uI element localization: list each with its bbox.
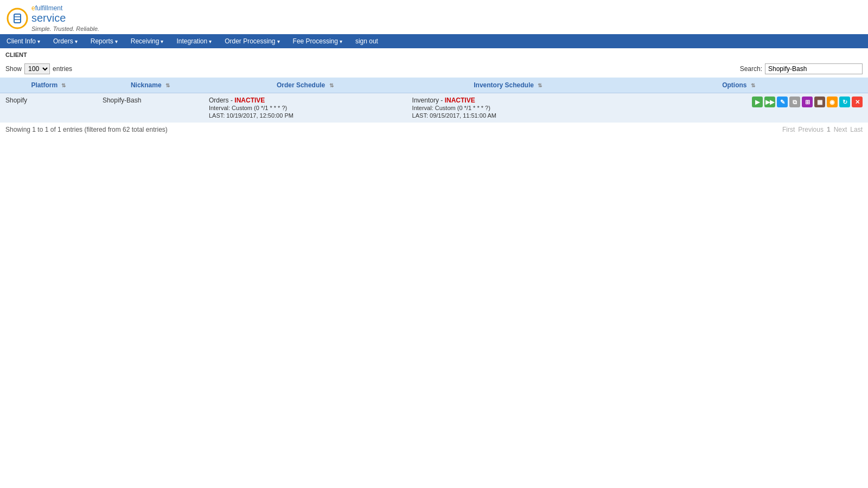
delete-button[interactable]: ✕ <box>852 97 863 107</box>
search-label: Search: <box>740 65 762 73</box>
chevron-down-icon: ▾ <box>209 38 212 44</box>
logo: efulfillment service Simple. Trusted. Re… <box>7 4 99 32</box>
action-buttons: ▶ ▶▶ ✎ ⧉ ⊞ ▦ ◉ ↻ ✕ <box>615 97 863 107</box>
chevron-down-icon: ▾ <box>277 38 280 44</box>
col-order-schedule[interactable]: Order Schedule ⇅ <box>203 78 407 93</box>
table-header-row: Platform ⇅ Nickname ⇅ Order Schedule ⇅ I… <box>0 78 868 93</box>
navbar: Client Info ▾ Orders ▾ Reports ▾ Receivi… <box>0 34 868 48</box>
sort-icon: ⇅ <box>538 82 542 88</box>
chevron-down-icon: ▾ <box>115 38 118 44</box>
feed-button[interactable]: ◉ <box>827 97 838 107</box>
table-body: Shopify Shopify-Bash Orders - INACTIVE I… <box>0 93 868 123</box>
entries-label: entries <box>53 65 72 73</box>
col-nickname[interactable]: Nickname ⇅ <box>97 78 203 93</box>
sort-icon: ⇅ <box>329 82 334 88</box>
table-row: Shopify Shopify-Bash Orders - INACTIVE I… <box>0 93 868 123</box>
logo-service: service <box>31 12 99 24</box>
logo-tagline: Simple. Trusted. Reliable. <box>31 25 99 32</box>
nav-integration[interactable]: Integration ▾ <box>170 35 218 47</box>
edit-button[interactable]: ✎ <box>777 97 788 107</box>
play-button[interactable]: ▶ <box>752 97 763 107</box>
search-input[interactable] <box>765 63 863 74</box>
inv-status: INACTIVE <box>445 97 475 104</box>
show-label: Show <box>5 65 22 73</box>
sort-icon: ⇅ <box>61 82 66 88</box>
svg-rect-1 <box>14 14 21 23</box>
search-area: Search: <box>740 63 863 74</box>
entries-select[interactable]: 10 25 50 100 <box>24 63 50 74</box>
show-entries: Show 10 25 50 100 entries <box>5 63 72 74</box>
col-inventory-schedule[interactable]: Inventory Schedule ⇅ <box>407 78 609 93</box>
nav-order-processing[interactable]: Order Processing ▾ <box>218 35 286 47</box>
config-button[interactable]: ⊞ <box>802 97 813 107</box>
order-status: INACTIVE <box>234 97 265 104</box>
cell-order-schedule: Orders - INACTIVE Interval: Custom (0 */… <box>203 93 407 123</box>
nav-reports[interactable]: Reports ▾ <box>84 35 124 47</box>
pagination-first: First <box>782 126 795 133</box>
pagination-previous: Previous <box>798 126 824 133</box>
pagination-last: Last <box>850 126 863 133</box>
pagination-info: Showing 1 to 1 of 1 entries (filtered fr… <box>5 126 168 133</box>
cell-platform: Shopify <box>0 93 97 123</box>
play2-button[interactable]: ▶▶ <box>764 97 775 107</box>
grid-button[interactable]: ▦ <box>814 97 825 107</box>
header: efulfillment service Simple. Trusted. Re… <box>0 0 868 34</box>
pagination-links: First Previous 1 Next Last <box>782 126 863 133</box>
logo-icon <box>7 8 28 29</box>
inv-interval: Interval: Custom (0 */1 * * * ?) <box>412 105 490 111</box>
chevron-down-icon: ▾ <box>37 38 40 44</box>
chevron-down-icon: ▾ <box>340 38 342 44</box>
table-controls: Show 10 25 50 100 entries Search: <box>0 60 868 78</box>
col-options[interactable]: Options ⇅ <box>609 78 868 93</box>
nav-receiving[interactable]: Receiving ▾ <box>124 35 170 47</box>
inv-status-label: Inventory <box>412 97 439 104</box>
pagination-current: 1 <box>827 126 831 133</box>
logo-fulfillment: fulfillment <box>35 4 63 12</box>
copy-button[interactable]: ⧉ <box>789 97 800 107</box>
nav-orders[interactable]: Orders ▾ <box>47 35 84 47</box>
chevron-down-icon: ▾ <box>75 38 78 44</box>
chevron-down-icon: ▾ <box>161 38 163 44</box>
nav-sign-out[interactable]: sign out <box>349 35 385 47</box>
sort-icon: ⇅ <box>751 82 755 88</box>
nav-client-info[interactable]: Client Info ▾ <box>0 35 47 47</box>
order-status-label: Orders <box>209 97 229 104</box>
section-label: CLIENT <box>0 48 868 60</box>
nav-fee-processing[interactable]: Fee Processing ▾ <box>286 35 349 47</box>
col-platform[interactable]: Platform ⇅ <box>0 78 97 93</box>
inv-last: LAST: 09/15/2017, 11:51:00 AM <box>412 112 496 119</box>
logo-e: e <box>31 4 35 12</box>
refresh-button[interactable]: ↻ <box>839 97 850 107</box>
data-table: Platform ⇅ Nickname ⇅ Order Schedule ⇅ I… <box>0 78 868 123</box>
cell-nickname: Shopify-Bash <box>97 93 203 123</box>
cell-inventory-schedule: Inventory - INACTIVE Interval: Custom (0… <box>407 93 609 123</box>
pagination-next: Next <box>834 126 847 133</box>
order-interval: Interval: Custom (0 */1 * * * ?) <box>209 105 287 111</box>
pagination: Showing 1 to 1 of 1 entries (filtered fr… <box>0 123 868 137</box>
sort-icon: ⇅ <box>165 82 170 88</box>
cell-options: ▶ ▶▶ ✎ ⧉ ⊞ ▦ ◉ ↻ ✕ <box>609 93 868 123</box>
order-last: LAST: 10/19/2017, 12:50:00 PM <box>209 112 293 119</box>
svg-point-0 <box>8 9 27 28</box>
